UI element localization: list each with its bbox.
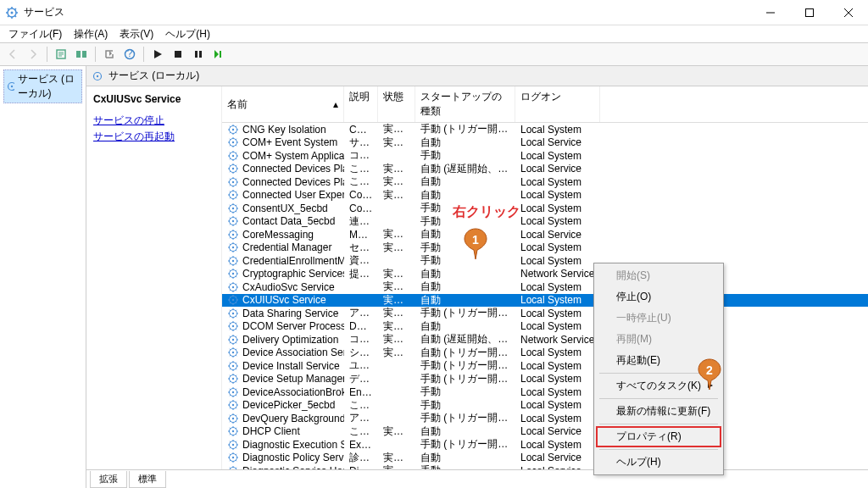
menubar: ファイル(F) 操作(A) 表示(V) ヘルプ(H): [0, 25, 868, 42]
menu-file[interactable]: ファイル(F): [3, 25, 67, 43]
svg-point-1: [11, 11, 14, 14]
toolbar: ?: [0, 42, 868, 66]
table-row[interactable]: Device Install Serviceユーザ...手動 (トリガー開始)L…: [222, 359, 868, 373]
svg-point-47: [232, 325, 234, 327]
column-desc[interactable]: 説明: [344, 86, 378, 122]
callout-1: 1: [463, 227, 488, 261]
svg-rect-2: [806, 8, 814, 16]
ctx-properties[interactable]: プロパティ(R): [596, 426, 721, 447]
svg-text:?: ?: [127, 48, 133, 59]
tree-root-label: サービス (ローカル): [18, 72, 80, 101]
ctx-refresh[interactable]: 最新の情報に更新(F): [596, 401, 721, 422]
column-startup[interactable]: スタートアップの種類: [415, 86, 515, 122]
svg-point-29: [232, 208, 234, 209]
menu-help[interactable]: ヘルプ(H): [160, 25, 215, 43]
minimize-button[interactable]: [751, 0, 790, 25]
svg-rect-5: [82, 51, 86, 58]
svg-point-43: [232, 299, 234, 301]
column-name[interactable]: 名前▴: [222, 86, 344, 122]
svg-point-68: [230, 467, 237, 469]
restart-link[interactable]: サービスの再起動: [93, 130, 214, 144]
ctx-help[interactable]: ヘルプ(H): [596, 452, 721, 473]
start-toolbar-button[interactable]: [148, 45, 167, 64]
detail-pane: CxUIUSvc Service サービスの停止 サービスの再起動: [86, 86, 222, 469]
tree-root[interactable]: サービス (ローカル): [3, 69, 82, 103]
svg-point-53: [232, 365, 234, 367]
svg-point-33: [232, 234, 234, 236]
tab-standard[interactable]: 標準: [129, 471, 166, 488]
svg-point-17: [232, 129, 234, 130]
table-row[interactable]: Delivery Optimizationコンテ...実行中自動 (遅延開始、 …: [222, 333, 868, 347]
table-row[interactable]: Contact Data_5ecbd連絡...手動Local System: [222, 215, 868, 229]
svg-point-35: [232, 247, 234, 248]
table-row[interactable]: DevicePicker_5ecbdこのユ...手動Local System: [222, 399, 868, 413]
annotation-right-click: 右クリック: [453, 203, 520, 221]
table-row[interactable]: Cryptographic Services提供...実行中自動Network …: [222, 268, 868, 281]
table-row[interactable]: COM+ System Applicationコンポ...手動Local Sys…: [222, 149, 868, 163]
help-toolbar-button[interactable]: ?: [120, 45, 139, 64]
table-row[interactable]: DeviceAssociationBroker_5e...Enab...手動Lo…: [222, 385, 868, 399]
svg-rect-11: [220, 51, 221, 58]
table-row[interactable]: Device Association Serviceシステ...実行中自動 (ト…: [222, 347, 868, 360]
table-row[interactable]: Connected Devices Platfor...このユ...実行中自動L…: [222, 175, 868, 189]
column-logon[interactable]: ログオン: [515, 86, 600, 122]
svg-point-67: [232, 457, 234, 458]
tree-pane: サービス (ローカル): [0, 66, 86, 488]
menu-action[interactable]: 操作(A): [69, 25, 113, 43]
table-row[interactable]: Diagnostic Execution ServiceExec...手動 (ト…: [222, 438, 868, 452]
ctx-pause: 一時停止(U): [596, 308, 721, 329]
pane-header: サービス (ローカル): [86, 66, 868, 86]
close-button[interactable]: [829, 0, 868, 25]
svg-point-57: [232, 391, 234, 393]
table-row[interactable]: DevQuery Background Disc...アプリ...手動 (トリガ…: [222, 412, 868, 425]
maximize-button[interactable]: [790, 0, 829, 25]
list-header[interactable]: 名前▴ 説明 状態 スタートアップの種類 ログオン: [222, 86, 868, 123]
table-row[interactable]: CxUIUSvc Service実行中自動Local System: [222, 294, 868, 308]
table-row[interactable]: Diagnostic Policy Service診断...実行中自動Local…: [222, 452, 868, 465]
table-row[interactable]: CNG Key IsolationCNG ...実行中手動 (トリガー開始)Lo…: [222, 123, 868, 136]
svg-point-27: [232, 194, 234, 196]
ctx-resume: 再開(M): [596, 329, 721, 350]
ctx-stop[interactable]: 停止(O): [596, 286, 721, 308]
forward-button: [24, 45, 42, 64]
table-row[interactable]: CredentialEnrollmentManag...資格...手動Local…: [222, 254, 868, 268]
table-row[interactable]: DHCP Clientこのコ...実行中自動Local Service: [222, 425, 868, 439]
services-list[interactable]: 名前▴ 説明 状態 スタートアップの種類 ログオン CNG Key Isolat…: [222, 86, 868, 469]
table-row[interactable]: Diagnostic Service HostDiag...実行中手動Local…: [222, 464, 868, 469]
services-icon: [6, 80, 14, 92]
pause-toolbar-button[interactable]: [189, 45, 208, 64]
titlebar: サービス: [0, 0, 868, 25]
table-row[interactable]: Connected User Experience...Conn...実行中自動…: [222, 189, 868, 202]
menu-view[interactable]: 表示(V): [114, 25, 159, 43]
restart-toolbar-button[interactable]: [209, 45, 228, 64]
ctx-start: 開始(S): [596, 265, 721, 286]
svg-point-21: [232, 155, 234, 157]
table-row[interactable]: Connected Devices Platfor...このサ...実行中自動 …: [222, 163, 868, 176]
table-row[interactable]: CoreMessagingMan...実行中自動Local Service: [222, 228, 868, 241]
svg-point-63: [232, 430, 234, 432]
svg-point-59: [232, 404, 234, 406]
svg-point-23: [232, 168, 234, 169]
svg-point-39: [232, 273, 234, 274]
tabs: 拡張 標準: [86, 469, 868, 488]
svg-rect-8: [175, 51, 181, 58]
refresh-toolbar-button[interactable]: [72, 45, 91, 64]
stop-toolbar-button[interactable]: [169, 45, 187, 64]
table-row[interactable]: CxAudioSvc Service実行中自動Local System: [222, 280, 868, 294]
stop-link[interactable]: サービスの停止: [93, 114, 214, 128]
tab-extended[interactable]: 拡張: [90, 471, 127, 488]
properties-toolbar-button[interactable]: [52, 45, 70, 64]
detail-title: CxUIUSvc Service: [93, 93, 214, 105]
svg-point-51: [232, 352, 234, 353]
export-button[interactable]: [100, 45, 119, 64]
table-row[interactable]: COM+ Event Systemサポー...実行中自動Local Servic…: [222, 136, 868, 150]
column-status[interactable]: 状態: [378, 86, 415, 122]
svg-point-45: [232, 313, 234, 314]
table-row[interactable]: ConsentUX_5ecbdConn...手動Local System: [222, 202, 868, 215]
table-row[interactable]: Device Setup Managerデバイ...手動 (トリガー開始)Loc…: [222, 373, 868, 386]
svg-point-37: [232, 260, 234, 262]
table-row[interactable]: Credential Managerセキュ...実行中手動Local Syste…: [222, 241, 868, 255]
table-row[interactable]: DCOM Server Process Laun...DCO...実行中自動Lo…: [222, 320, 868, 334]
window-title: サービス: [24, 5, 64, 19]
table-row[interactable]: Data Sharing Serviceアプリ...実行中手動 (トリガー開始)…: [222, 307, 868, 320]
